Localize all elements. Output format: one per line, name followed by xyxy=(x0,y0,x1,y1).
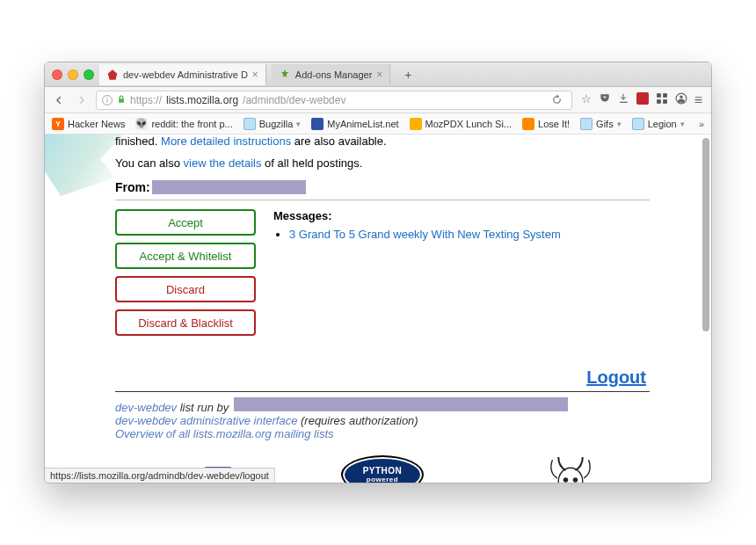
action-buttons: Accept Accept & Whitelist Discard Discar… xyxy=(115,209,256,336)
held-message-item: 3 Grand To 5 Grand weekly With New Texti… xyxy=(289,228,561,241)
downloads-icon[interactable] xyxy=(618,92,629,108)
chevron-down-icon: ▾ xyxy=(296,120,301,128)
tab-close-icon[interactable]: × xyxy=(376,69,382,81)
bookmark-item[interactable]: Bugzilla▾ xyxy=(244,118,302,130)
window-minimize-button[interactable] xyxy=(68,69,78,80)
tab-close-icon[interactable]: × xyxy=(252,69,258,81)
bookmark-item[interactable]: MyAnimeList.net xyxy=(311,118,398,130)
messages-panel: Messages: 3 Grand To 5 Grand weekly With… xyxy=(273,209,561,336)
title-bar: dev-webdev Administrative D × Add-ons Ma… xyxy=(45,62,711,87)
python-powered-logo[interactable]: PYTHON powered xyxy=(338,453,426,483)
bookmark-item[interactable]: 👽reddit: the front p... xyxy=(135,118,232,130)
svg-point-10 xyxy=(573,477,577,481)
window-close-button[interactable] xyxy=(52,69,62,80)
svg-point-6 xyxy=(680,95,683,98)
scrollbar[interactable] xyxy=(702,138,709,456)
discard-blacklist-button[interactable]: Discard & Blacklist xyxy=(115,309,256,336)
svg-point-9 xyxy=(563,477,567,481)
bookmark-icon: 👽 xyxy=(135,118,148,130)
tab-favicon-icon xyxy=(279,69,291,81)
scrollbar-thumb[interactable] xyxy=(702,138,709,331)
containers-icon[interactable] xyxy=(656,92,668,108)
bookmark-icon: Y xyxy=(52,118,64,130)
chevron-down-icon: ▾ xyxy=(617,120,622,128)
overview-link[interactable]: Overview of all lists.mozilla.org mailin… xyxy=(115,427,334,440)
svg-point-8 xyxy=(558,468,583,483)
bookmark-item[interactable]: Legion▾ xyxy=(632,118,685,130)
bookmark-icon xyxy=(410,118,422,130)
svg-rect-2 xyxy=(663,93,667,98)
svg-rect-3 xyxy=(657,99,661,104)
view-details-link[interactable]: view the details xyxy=(184,156,262,170)
bookmarks-bar: YHacker News 👽reddit: the front p... Bug… xyxy=(45,113,711,134)
bookmark-item[interactable]: Gifs▾ xyxy=(580,118,622,130)
message-link[interactable]: 3 Grand To 5 Grand weekly With New Texti… xyxy=(289,228,561,241)
redacted-email xyxy=(152,180,306,194)
logout-section: Logout xyxy=(115,362,650,392)
window-maximize-button[interactable] xyxy=(84,69,94,80)
redacted-owner xyxy=(234,397,568,411)
browser-tab-active[interactable]: dev-webdev Administrative D × xyxy=(99,64,266,85)
chevron-down-icon: ▾ xyxy=(680,120,685,128)
reload-button[interactable] xyxy=(549,91,566,109)
footer-links: dev-webdev list run by dev-webdev admini… xyxy=(115,397,650,440)
from-row: From: xyxy=(115,180,650,200)
logout-link[interactable]: Logout xyxy=(586,367,646,387)
folder-icon xyxy=(244,118,256,130)
bookmarks-overflow-icon[interactable]: » xyxy=(699,119,704,129)
lock-icon xyxy=(117,94,126,106)
bookmark-item[interactable]: MozPDX Lunch Si... xyxy=(410,118,512,130)
folder-icon xyxy=(580,118,592,130)
page-content: finished. More detailed instructions are… xyxy=(45,134,711,483)
status-bar: https://lists.mozilla.org/admindb/dev-we… xyxy=(45,468,275,483)
details-text: You can also view the details of all hel… xyxy=(115,156,650,170)
pocket-icon[interactable] xyxy=(599,92,611,108)
svg-rect-4 xyxy=(663,99,667,104)
gnu-logo[interactable] xyxy=(527,453,614,483)
accept-whitelist-button[interactable]: Accept & Whitelist xyxy=(115,243,256,269)
bookmark-icon xyxy=(522,118,534,130)
intro-text: finished. More detailed instructions are… xyxy=(115,134,650,148)
back-button[interactable] xyxy=(50,91,68,109)
tab-label: Add-ons Manager xyxy=(295,69,372,80)
forward-button[interactable] xyxy=(73,91,91,109)
url-host: lists.mozilla.org xyxy=(166,94,238,106)
nav-bar: i https://lists.mozilla.org/admindb/dev-… xyxy=(45,87,711,113)
bookmark-icon xyxy=(311,118,323,130)
from-label: From: xyxy=(115,180,150,194)
ublock-icon[interactable] xyxy=(636,92,649,105)
instructions-link[interactable]: More detailed instructions xyxy=(161,134,291,148)
url-prefix: https:// xyxy=(130,94,162,106)
new-tab-button[interactable]: + xyxy=(396,68,420,82)
tab-favicon-icon xyxy=(106,69,119,81)
svg-rect-1 xyxy=(657,93,661,98)
bookmark-item[interactable]: Lose It! xyxy=(522,118,570,130)
firefox-account-icon[interactable] xyxy=(675,92,687,108)
browser-tab[interactable]: Add-ons Manager × xyxy=(272,64,390,85)
folder-icon xyxy=(632,118,644,130)
moderation-panel: Accept Accept & Whitelist Discard Discar… xyxy=(115,209,650,336)
site-info-icon[interactable]: i xyxy=(102,95,113,105)
tab-label: dev-webdev Administrative D xyxy=(123,69,248,80)
svg-marker-0 xyxy=(108,69,118,80)
messages-header: Messages: xyxy=(273,209,561,222)
bookmark-item[interactable]: YHacker News xyxy=(52,118,125,130)
toolbar-icons: ☆ ≡ xyxy=(578,92,706,108)
bookmark-star-icon[interactable]: ☆ xyxy=(581,92,592,108)
accept-button[interactable]: Accept xyxy=(115,209,256,236)
url-path: /admindb/dev-webdev xyxy=(243,94,345,106)
url-field[interactable]: i https://lists.mozilla.org/admindb/dev-… xyxy=(96,91,572,110)
content-area: finished. More detailed instructions are… xyxy=(45,134,711,483)
discard-button[interactable]: Discard xyxy=(115,276,256,302)
list-name-link[interactable]: dev-webdev xyxy=(115,401,177,414)
menu-icon[interactable]: ≡ xyxy=(694,92,702,108)
admin-interface-link[interactable]: dev-webdev administrative interface xyxy=(115,414,297,427)
browser-window: dev-webdev Administrative D × Add-ons Ma… xyxy=(44,62,712,483)
